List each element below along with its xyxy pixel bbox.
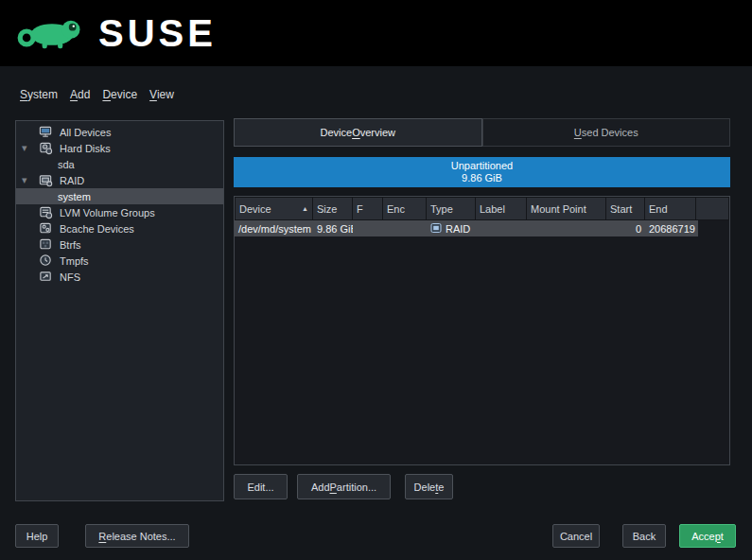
column-header-label: Start bbox=[610, 203, 632, 215]
bcache-icon bbox=[39, 221, 53, 236]
app-header: SUSE bbox=[0, 0, 752, 66]
sidebar-item-label: Btrfs bbox=[60, 239, 81, 251]
table-actions: Edit... Add Partition... Delete bbox=[234, 474, 453, 499]
column-header-label: Size bbox=[317, 203, 337, 215]
table-row[interactable]: /dev/md/system 9.86 GiB RAID 0 20686719 bbox=[235, 220, 698, 236]
chameleon-icon bbox=[15, 9, 89, 58]
column-header-start[interactable]: Start bbox=[606, 197, 645, 220]
sidebar-item-raid[interactable]: ▾ RAID bbox=[16, 172, 223, 188]
sidebar-item-system[interactable]: system bbox=[16, 188, 223, 204]
sort-ascending-icon: ▲ bbox=[298, 205, 308, 212]
cell-end: 20686719 bbox=[645, 223, 696, 235]
sidebar-item-label: NFS bbox=[60, 271, 80, 283]
sidebar-item-label: RAID bbox=[60, 175, 84, 186]
back-button[interactable]: Back bbox=[622, 524, 666, 548]
computer-icon bbox=[39, 125, 53, 139]
raid-device-icon bbox=[430, 222, 442, 236]
sidebar-item-label: system bbox=[58, 191, 91, 202]
banner-size: 9.86 GiB bbox=[462, 172, 502, 184]
column-header-label: Label bbox=[480, 203, 505, 215]
cell-type: RAID bbox=[427, 222, 476, 236]
sidebar-item-btrfs[interactable]: Btrfs bbox=[16, 236, 223, 253]
column-header-device[interactable]: Device ▲ bbox=[235, 197, 313, 220]
cell-type-label: RAID bbox=[446, 223, 470, 235]
column-header-end[interactable]: End bbox=[645, 197, 696, 220]
sidebar-item-sda[interactable]: sda bbox=[16, 156, 223, 172]
device-tree: All Devices ▾ Hard Disks sda ▾ bbox=[15, 120, 224, 501]
partition-bar-unpartitioned: Unpartitioned 9.86 GiB bbox=[234, 157, 730, 187]
edit-button[interactable]: Edit... bbox=[234, 474, 288, 499]
menu-view[interactable]: View bbox=[149, 88, 174, 101]
sidebar-item-tmpfs[interactable]: Tmpfs bbox=[16, 253, 223, 269]
menu-add[interactable]: Add bbox=[70, 88, 90, 101]
column-header-label: Type bbox=[430, 203, 453, 215]
column-header-size[interactable]: Size bbox=[313, 197, 353, 220]
lvm-icon bbox=[39, 205, 53, 219]
menu-device[interactable]: Device bbox=[102, 88, 137, 101]
yast-partitioner-window: SUSE System Add Device View All Devices … bbox=[0, 0, 752, 560]
tmpfs-icon bbox=[39, 254, 53, 268]
device-table: Device ▲ Size F Enc Type Label Mount Poi… bbox=[234, 196, 730, 465]
help-button[interactable]: Help bbox=[15, 524, 59, 548]
sidebar-item-label: All Devices bbox=[60, 127, 111, 138]
menu-system[interactable]: System bbox=[20, 88, 58, 101]
cell-size: 9.86 GiB bbox=[313, 223, 353, 235]
menu-bar: System Add Device View bbox=[20, 88, 174, 101]
cancel-button[interactable]: Cancel bbox=[552, 524, 600, 548]
add-partition-button[interactable]: Add Partition... bbox=[297, 474, 391, 499]
suse-logo: SUSE bbox=[15, 9, 217, 58]
column-header-label: Mount Point bbox=[531, 203, 586, 215]
sidebar-item-bcache-devices[interactable]: Bcache Devices bbox=[16, 220, 223, 236]
cell-start: 0 bbox=[606, 223, 645, 235]
column-header-type[interactable]: Type bbox=[427, 197, 476, 220]
sidebar-item-label: Hard Disks bbox=[60, 143, 111, 154]
sidebar-item-label: Tmpfs bbox=[60, 255, 89, 267]
nfs-icon bbox=[39, 270, 53, 284]
delete-button[interactable]: Delete bbox=[405, 474, 453, 499]
btrfs-icon bbox=[39, 237, 53, 252]
release-notes-button[interactable]: Release Notes... bbox=[85, 524, 189, 548]
raid-icon bbox=[39, 173, 53, 187]
column-header-mount-point[interactable]: Mount Point bbox=[527, 197, 606, 220]
cell-device: /dev/md/system bbox=[235, 223, 313, 235]
table-header-row: Device ▲ Size F Enc Type Label Mount Poi… bbox=[235, 197, 729, 220]
logo-wordmark: SUSE bbox=[98, 14, 217, 52]
column-header-label-col[interactable]: Label bbox=[476, 197, 527, 220]
column-header-label: Enc bbox=[387, 203, 405, 215]
column-header-label: End bbox=[649, 203, 668, 215]
sidebar-item-label: LVM Volume Groups bbox=[60, 207, 155, 219]
column-header-label: Device bbox=[239, 203, 271, 215]
sidebar-item-label: Bcache Devices bbox=[60, 223, 134, 235]
column-header-filler bbox=[696, 197, 729, 220]
tab-device-overview[interactable]: Device Overview bbox=[234, 118, 482, 147]
chevron-down-icon[interactable]: ▾ bbox=[22, 173, 39, 187]
tab-bar: Device Overview Used Devices bbox=[234, 118, 730, 147]
hard-disk-icon bbox=[39, 141, 53, 155]
sidebar-item-label: sda bbox=[58, 159, 75, 170]
accept-button[interactable]: Accept bbox=[679, 524, 736, 548]
banner-title: Unpartitioned bbox=[451, 160, 513, 172]
sidebar-item-lvm-volume-groups[interactable]: LVM Volume Groups bbox=[16, 204, 223, 220]
sidebar-item-all-devices[interactable]: All Devices bbox=[16, 124, 223, 140]
sidebar-item-nfs[interactable]: NFS bbox=[16, 269, 223, 285]
sidebar-item-hard-disks[interactable]: ▾ Hard Disks bbox=[16, 140, 223, 156]
column-header-label: F bbox=[357, 203, 363, 215]
column-header-f[interactable]: F bbox=[353, 197, 383, 220]
tab-used-devices[interactable]: Used Devices bbox=[482, 118, 731, 147]
column-header-enc[interactable]: Enc bbox=[383, 197, 427, 220]
chevron-down-icon[interactable]: ▾ bbox=[22, 141, 39, 155]
